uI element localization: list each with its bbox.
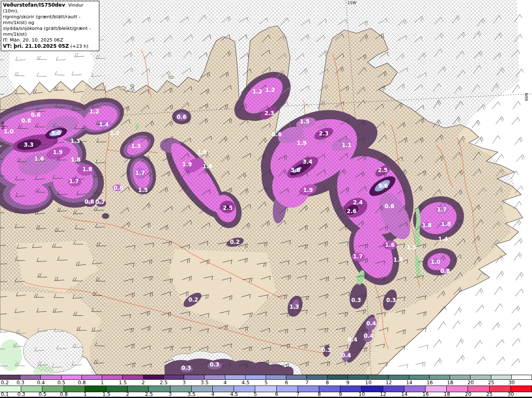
- precip-value-label: 1.1: [342, 142, 351, 148]
- colorbar-tick-label: 0.5: [57, 380, 65, 386]
- colorbar-tick-label: 6: [285, 380, 288, 386]
- precip-value-label: 1.5: [300, 118, 309, 125]
- colorbar-tick-label: 5: [264, 380, 268, 386]
- precip-value-label: 0.6: [31, 112, 40, 118]
- colorbar-cell: [204, 375, 225, 379]
- colorbar-tick-label: 1: [84, 392, 87, 397]
- colorbar-tick-label: 8: [318, 392, 321, 397]
- colorbar-cell: [184, 375, 204, 379]
- colorbar-cell: [143, 375, 164, 379]
- precip-value-label: 0.4: [366, 320, 376, 327]
- precip-value-label: 0.8: [440, 268, 450, 274]
- colorbar-cell: [102, 375, 123, 379]
- colorbar-cell: [266, 375, 286, 379]
- colorbar-cell: [62, 375, 82, 379]
- colorbar-cell: [21, 386, 42, 392]
- colorbar-cell: [447, 386, 468, 392]
- precip-value-label: 0.4: [364, 333, 373, 339]
- colorbar-tick-label: 2.5: [145, 392, 153, 397]
- precip-value-label: 1.9: [53, 149, 62, 155]
- colorbar-tick-label: 1.5: [102, 392, 110, 397]
- colorbar-cell: [319, 386, 340, 392]
- precip-value-label: 1.5: [138, 187, 148, 193]
- colorbar-cell: [286, 375, 307, 379]
- colorbar-rain: [0, 386, 532, 392]
- precip-value-label: 1.4: [438, 236, 448, 242]
- precip-value-label: 1.2: [252, 88, 262, 95]
- colorbar-cell: [106, 386, 128, 392]
- colorbar-cell: [328, 375, 348, 379]
- colorbar-cell: [170, 386, 192, 392]
- precip-value-label: 1.8: [422, 222, 431, 228]
- precip-value-label: 2.6: [347, 208, 356, 214]
- colorbar-cell: [362, 386, 383, 392]
- precip-value-label: 5.0: [51, 130, 61, 136]
- precip-value-label: 1.5: [393, 257, 403, 263]
- precip-value-label: 0.2: [230, 239, 239, 245]
- precip-value-label: 1.3: [70, 138, 80, 144]
- colorbar-tick-label: 7: [305, 380, 309, 386]
- precip-value-label: 2.3: [264, 110, 274, 116]
- precip-value-label: 3.6: [291, 167, 300, 173]
- colorbar-cell: [470, 375, 491, 379]
- colorbar-tick-label: 10: [365, 380, 372, 386]
- colorbar-cell: [430, 375, 450, 379]
- parallel-label-right: 66N: [524, 93, 529, 101]
- precip-value-label: 0.3: [181, 365, 191, 371]
- colorbar-cell: [348, 375, 368, 379]
- colorbar-tick-label: 30: [508, 380, 515, 386]
- colorbar-tick-label: 12: [386, 380, 392, 386]
- colorbar-cell: [450, 375, 470, 379]
- precip-value-label: 1.4: [99, 121, 108, 128]
- meridian-label: 15W: [347, 0, 357, 5]
- precip-value-label: 3.3: [24, 142, 33, 148]
- colorbar-cell: [340, 386, 362, 392]
- precip-value-label: 0.3: [209, 361, 219, 368]
- colorbar-cell: [490, 386, 511, 392]
- colorbar-tick-label: 3.5: [187, 392, 195, 397]
- precip-value-label: 1.8: [441, 221, 451, 227]
- colorbar-cell: [0, 386, 21, 392]
- colorbar-tick-label: 30: [507, 392, 514, 397]
- precip-value-label: 1.7: [353, 253, 362, 260]
- colorbar-tick-label: 25: [488, 380, 494, 386]
- precip-value-label: 2.5: [223, 205, 232, 211]
- precip-value-label: 0.8: [21, 118, 31, 124]
- colorbar-tick-label: 10: [359, 392, 365, 397]
- colorbar-tick-label: 25: [486, 392, 493, 397]
- precip-value-label: 1.8: [82, 166, 92, 172]
- precip-value-label: 1.6: [202, 163, 212, 170]
- colorbar-cell: [383, 386, 404, 392]
- colorbar-cell: [512, 375, 532, 379]
- colorbar-tick-label: 3: [169, 392, 172, 397]
- precip-value-label: 1.0: [431, 259, 440, 265]
- colorbar-tick-label: 0.1: [1, 392, 9, 397]
- colorbar-cell: [246, 375, 266, 379]
- colorbar-tick-label: 5: [254, 392, 257, 397]
- colorbar-tick-label: 3.5: [201, 380, 209, 386]
- colorbar-tick-label: 0.3: [17, 380, 25, 386]
- colorbar-tick-label: 2: [126, 392, 129, 397]
- colorbar-cell: [255, 386, 276, 392]
- precip-value-label: 3.4: [303, 159, 312, 165]
- colorbar-tick-label: 4.5: [241, 380, 249, 386]
- precip-value-label: 1.3: [289, 304, 299, 310]
- colorbar-cell: [82, 375, 102, 379]
- title-box: Veðurstofan/IS750dev: Vindur (10m), rign…: [1, 1, 99, 51]
- colorbar-cell: [213, 386, 234, 392]
- colorbar-tick-label: 1: [101, 380, 104, 386]
- product-name: Veðurstofan/IS750dev: Vindur (10m),: [3, 2, 84, 14]
- colorbar-tick-label: 2.5: [160, 380, 167, 386]
- precip-value-label: 0.3: [386, 297, 396, 303]
- colorbar-cell: [164, 375, 184, 379]
- colorbar-sleet-snow: [0, 375, 532, 380]
- legend-line-sleet: slydda/snjókoma (grátt/bleikt/grænt - mm…: [3, 26, 91, 37]
- precip-value-label: 1.0: [4, 128, 13, 135]
- precip-value-label: 1.6: [385, 242, 394, 248]
- colorbar-cell: [409, 375, 430, 379]
- colorbar-tick-label: 0.8: [60, 392, 68, 397]
- colorbar-cell: [234, 386, 255, 392]
- colorbar-tick-label: 16: [426, 380, 433, 386]
- colorbar-tick-label: 3: [182, 380, 186, 386]
- precip-value-label: 2.5: [378, 167, 387, 173]
